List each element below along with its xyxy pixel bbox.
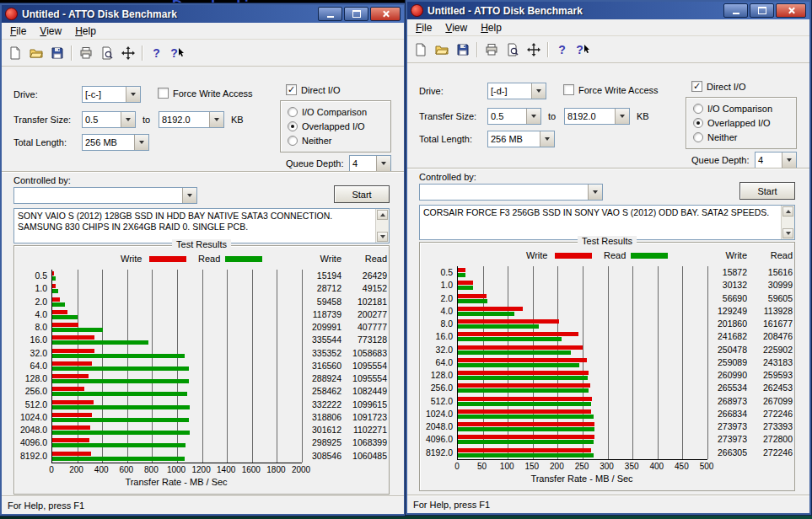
description-scrollbar[interactable] bbox=[375, 209, 389, 243]
checkbox-box[interactable] bbox=[158, 88, 169, 99]
chevron-down-icon[interactable] bbox=[182, 188, 196, 203]
menu-view[interactable]: View bbox=[438, 20, 474, 35]
controlled-by-select[interactable] bbox=[13, 187, 197, 204]
total-length-value: 256 MB bbox=[488, 131, 540, 147]
minimize-button[interactable] bbox=[723, 3, 748, 18]
chevron-down-icon[interactable] bbox=[376, 156, 390, 171]
scroll-down-icon[interactable] bbox=[377, 232, 388, 242]
maximize-button[interactable] bbox=[750, 3, 774, 18]
force-write-access-checkbox[interactable]: Force Write Access bbox=[158, 88, 253, 99]
chevron-down-icon[interactable] bbox=[540, 131, 554, 147]
scroll-up-icon[interactable] bbox=[377, 210, 388, 220]
description-text[interactable]: SONY VAIO S (2012) 128GB SSD IN HDD BAY … bbox=[14, 209, 375, 243]
queue-depth-select[interactable]: 4 bbox=[349, 155, 391, 172]
radio-dot[interactable] bbox=[693, 104, 703, 114]
save-icon[interactable] bbox=[453, 40, 472, 59]
checkbox-box[interactable] bbox=[691, 81, 702, 92]
write-value: 28712 bbox=[303, 282, 341, 295]
chevron-down-icon[interactable] bbox=[126, 87, 140, 102]
controlled-by-select[interactable] bbox=[419, 184, 603, 201]
queue-depth-select[interactable]: 4 bbox=[755, 152, 797, 169]
read-bar bbox=[458, 286, 473, 290]
radio-dot[interactable] bbox=[288, 121, 298, 131]
open-icon[interactable] bbox=[432, 40, 451, 59]
menu-help[interactable]: Help bbox=[68, 24, 103, 39]
menu-file[interactable]: File bbox=[409, 20, 438, 35]
close-button[interactable] bbox=[776, 3, 806, 18]
open-icon[interactable] bbox=[26, 44, 46, 62]
x-tick-label: 1800 bbox=[266, 465, 285, 474]
drive-select[interactable]: [-c-] bbox=[82, 86, 141, 103]
neither-radio[interactable]: Neither bbox=[693, 132, 737, 142]
start-button[interactable]: Start bbox=[739, 182, 795, 200]
transfer-from-select[interactable]: 0.5 bbox=[487, 108, 541, 125]
context-help-icon[interactable]: ? bbox=[168, 44, 187, 62]
help-icon[interactable]: ? bbox=[552, 40, 572, 59]
direct-io-checkbox[interactable]: Direct I/O bbox=[691, 81, 745, 92]
chevron-down-icon[interactable] bbox=[531, 83, 546, 99]
menu-help[interactable]: Help bbox=[474, 20, 508, 35]
radio-dot[interactable] bbox=[288, 136, 298, 146]
chevron-down-icon[interactable] bbox=[782, 152, 796, 168]
chevron-down-icon[interactable] bbox=[526, 109, 540, 124]
scroll-up-icon[interactable] bbox=[782, 206, 793, 217]
pan-icon[interactable] bbox=[524, 40, 543, 59]
overlapped-io-label: Overlapped I/O bbox=[707, 118, 771, 128]
print-preview-icon[interactable] bbox=[97, 44, 116, 62]
checkbox-box[interactable] bbox=[286, 84, 297, 95]
close-button[interactable] bbox=[370, 7, 401, 21]
transfer-from-select[interactable]: 0.5 bbox=[82, 111, 136, 128]
description-box[interactable]: CORSAIR FORCE F3 256GB SSD IN SONY VAO S… bbox=[419, 205, 795, 240]
scroll-down-icon[interactable] bbox=[782, 228, 793, 238]
force-write-access-checkbox[interactable]: Force Write Access bbox=[563, 84, 659, 95]
description-scrollbar[interactable] bbox=[781, 206, 794, 239]
category-label: 128.0 bbox=[418, 369, 453, 382]
minimize-button[interactable] bbox=[318, 7, 342, 21]
help-icon[interactable]: ? bbox=[147, 44, 166, 62]
radio-dot[interactable] bbox=[693, 132, 703, 142]
new-icon[interactable] bbox=[5, 44, 24, 62]
read-bar bbox=[458, 440, 594, 444]
title-bar[interactable]: Untitled - ATTO Disk Benchmark bbox=[2, 5, 404, 23]
print-icon[interactable] bbox=[76, 44, 95, 62]
io-comparison-radio[interactable]: I/O Comparison bbox=[288, 107, 367, 117]
start-button[interactable]: Start bbox=[334, 185, 390, 203]
maximize-button[interactable] bbox=[344, 7, 368, 21]
overlapped-io-radio[interactable]: Overlapped I/O bbox=[693, 118, 771, 128]
total-length-select[interactable]: 256 MB bbox=[487, 131, 555, 147]
print-preview-icon[interactable] bbox=[503, 40, 522, 59]
radio-dot[interactable] bbox=[288, 107, 298, 117]
chevron-down-icon[interactable] bbox=[134, 135, 148, 150]
description-text[interactable]: CORSAIR FORCE F3 256GB SSD IN SONY VAO S… bbox=[420, 206, 781, 239]
transfer-size-label: Transfer Size: bbox=[13, 115, 71, 125]
chevron-down-icon[interactable] bbox=[588, 185, 602, 200]
chevron-down-icon[interactable] bbox=[209, 112, 223, 127]
radio-dot[interactable] bbox=[693, 118, 703, 128]
read-bar bbox=[52, 418, 189, 422]
total-length-select[interactable]: 256 MB bbox=[82, 134, 149, 151]
save-icon[interactable] bbox=[47, 44, 67, 62]
pan-icon[interactable] bbox=[118, 44, 137, 62]
menu-view[interactable]: View bbox=[33, 24, 68, 39]
chevron-down-icon[interactable] bbox=[121, 112, 135, 127]
new-icon[interactable] bbox=[411, 40, 430, 59]
print-icon[interactable] bbox=[481, 40, 501, 59]
context-help-icon[interactable]: ? bbox=[573, 40, 593, 59]
transfer-to-select[interactable]: 8192.0 bbox=[564, 108, 630, 125]
title-bar[interactable]: Untitled - ATTO Disk Benchmark bbox=[407, 2, 809, 19]
direct-io-checkbox[interactable]: Direct I/O bbox=[286, 84, 340, 95]
description-box[interactable]: SONY VAIO S (2012) 128GB SSD IN HDD BAY … bbox=[13, 208, 390, 243]
checkbox-box[interactable] bbox=[563, 84, 574, 95]
neither-radio[interactable]: Neither bbox=[288, 136, 331, 146]
write-value: 266305 bbox=[708, 447, 747, 459]
chevron-down-icon[interactable] bbox=[615, 109, 629, 124]
menu-file[interactable]: File bbox=[3, 24, 33, 39]
drive-select[interactable]: [-d-] bbox=[487, 83, 546, 99]
overlapped-io-radio[interactable]: Overlapped I/O bbox=[288, 121, 365, 131]
io-comparison-radio[interactable]: I/O Comparison bbox=[693, 104, 772, 114]
transfer-to-select[interactable]: 8192.0 bbox=[159, 111, 224, 128]
io-comparison-label: I/O Comparison bbox=[707, 104, 772, 114]
toolbar-separator bbox=[547, 42, 548, 57]
read-bar bbox=[52, 302, 65, 307]
x-tick-label: 1400 bbox=[217, 465, 235, 474]
